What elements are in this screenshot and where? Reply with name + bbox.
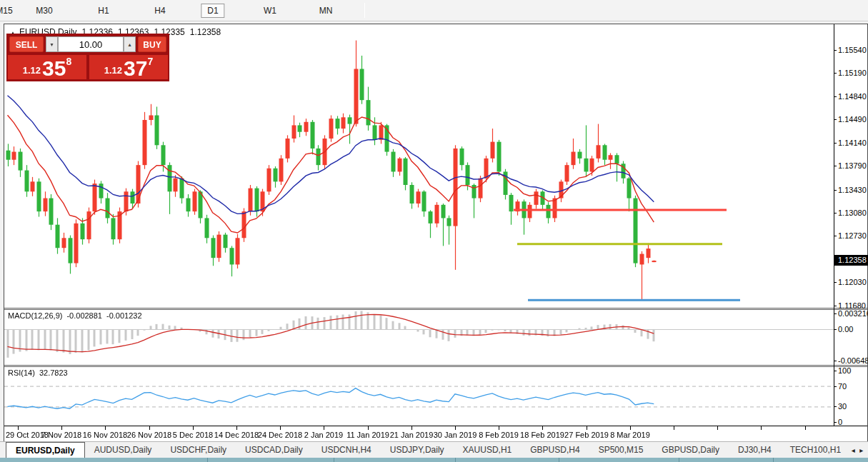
tab-scroll-arrows: ◂ ▸	[847, 442, 868, 458]
macd-value-signal: -0.001232	[106, 311, 142, 320]
toolbar-separator	[364, 3, 365, 18]
price-scale-border	[834, 24, 834, 426]
macd-label: MACD(12,26,9)-0.002881-0.001232	[8, 311, 146, 320]
macd-axis-label: -0.006485	[838, 356, 868, 365]
date-tick	[587, 426, 587, 430]
date-axis[interactable]: 29 Oct 20187 Nov 201816 Nov 201826 Nov 2…	[4, 426, 867, 441]
chart-tab-sp500-m15[interactable]: SP500,M15	[589, 442, 653, 458]
buy-button[interactable]: BUY	[138, 36, 166, 52]
date-tick	[324, 426, 324, 430]
date-tick	[455, 426, 456, 430]
date-axis-label: 16 Nov 2018	[83, 431, 127, 439]
timeframe-button-w1[interactable]: W1	[258, 4, 282, 18]
date-axis-label: 11 Jan 2019	[346, 431, 389, 439]
date-axis-label: 21 Jan 2019	[390, 431, 434, 439]
date-tick	[761, 426, 762, 430]
chart-window: ▲EURUSD,Daily1.123361.123631.123351.1235…	[4, 24, 868, 441]
date-tick	[674, 426, 674, 430]
date-tick	[18, 426, 19, 430]
chart-tab-usdcad-daily[interactable]: USDCAD,Daily	[236, 442, 312, 458]
chart-tab-usdcnh-h4[interactable]: USDCNH,H4	[312, 442, 381, 458]
chart-tab-usdjpy-daily[interactable]: USDJPY,Daily	[381, 442, 454, 458]
price-axis-label: 1.12030	[838, 278, 867, 286]
chart-tab-dj30-h4[interactable]: DJ30,H4	[729, 442, 781, 458]
date-tick	[236, 426, 237, 430]
price-axis-label: 1.12730	[838, 231, 867, 240]
ask-price-prefix: 1.12	[104, 65, 122, 76]
ask-price-pips: 37	[124, 59, 147, 78]
bid-price-box[interactable]: 1.12 35 8	[8, 55, 86, 79]
date-axis-label: 24 Dec 2018	[258, 431, 302, 439]
chart-tab-gbpusd-h4[interactable]: GBPUSD,H4	[521, 442, 589, 458]
sell-button[interactable]: SELL	[9, 36, 44, 52]
macd-axis-label: 0.00	[838, 325, 853, 333]
rsi-axis-label: 30	[838, 402, 847, 411]
timeframe-button-h4[interactable]: H4	[149, 4, 171, 18]
timeframe-button-d1[interactable]: D1	[201, 4, 224, 18]
rsi-axis-label: 100	[838, 366, 851, 375]
chart-tab-tech100-h1[interactable]: TECH100,H1	[781, 442, 850, 458]
bid-price-point: 8	[66, 56, 71, 67]
bid-price-prefix: 1.12	[23, 65, 41, 76]
date-axis-label: 8 Mar 2019	[610, 431, 650, 439]
volume-decrease-button[interactable]: ▾	[46, 36, 58, 52]
timeframe-button-mn[interactable]: MN	[314, 4, 339, 18]
timeframe-button-m15[interactable]: M15	[0, 4, 19, 18]
date-tick	[105, 426, 106, 430]
strip-separator	[207, 458, 208, 462]
price-axis-label: 1.14840	[838, 92, 867, 101]
chart-tabs-bar: EURUSD,DailyAUDUSD,DailyUSDCHF,DailyUSDC…	[0, 441, 868, 458]
date-axis-label: 2 Jan 2019	[304, 431, 343, 439]
date-tick	[280, 426, 281, 430]
date-tick	[149, 426, 150, 430]
chart-tab-usdchf-daily[interactable]: USDCHF,Daily	[161, 442, 236, 458]
price-axis-label: 1.13080	[838, 209, 867, 217]
price-axis-label: 1.15190	[838, 69, 867, 77]
tab-scroll-left-icon[interactable]: ◂	[852, 446, 855, 454]
rsi-indicator-canvas[interactable]	[4, 367, 834, 426]
price-axis-label: 1.14490	[838, 115, 867, 124]
volume-increase-button[interactable]: ▴	[124, 36, 136, 52]
rsi-name: RSI(14)	[8, 368, 35, 377]
date-tick	[630, 426, 631, 430]
date-axis-label: 8 Feb 2019	[479, 431, 519, 439]
strip-separator	[559, 458, 559, 462]
chart-tab-xauusd-h1[interactable]: XAUUSD,H1	[454, 442, 522, 458]
price-axis-label: 1.13790	[838, 161, 867, 170]
timeframe-button-h1[interactable]: H1	[92, 4, 114, 18]
date-axis-label: 27 Feb 2019	[564, 431, 609, 439]
chart-tab-audusd-daily[interactable]: AUDUSD,Daily	[85, 442, 161, 458]
strip-separator	[334, 458, 334, 462]
volume-input[interactable]	[58, 36, 124, 52]
tab-scroll-right-icon[interactable]: ▸	[859, 446, 863, 454]
date-tick	[368, 426, 369, 430]
date-tick	[717, 426, 718, 430]
date-axis-label: 30 Jan 2019	[434, 431, 477, 439]
current-price-tag: 1.12358	[834, 255, 868, 266]
macd-axis-label: 0.003216	[838, 309, 868, 318]
date-axis-label: 7 Nov 2018	[41, 431, 81, 439]
date-tick	[61, 426, 62, 430]
strip-separator	[773, 458, 774, 462]
status-strip	[0, 458, 868, 462]
ask-price-point: 7	[147, 56, 153, 67]
ask-price-box[interactable]: 1.12 37 7	[89, 55, 168, 79]
date-tick	[193, 426, 194, 430]
bid-price-pips: 35	[42, 59, 66, 78]
strip-separator	[455, 458, 456, 462]
date-tick	[499, 426, 499, 430]
timeframe-toolbar: M15M30H1H4D1W1MN	[0, 0, 868, 21]
price-axis-label: 1.13430	[838, 186, 867, 194]
date-tick	[542, 426, 543, 430]
price-axis-label: 1.15540	[838, 46, 867, 54]
macd-name: MACD(12,26,9)	[8, 311, 62, 320]
strip-separator	[679, 458, 679, 462]
date-axis-label: 18 Feb 2019	[520, 431, 564, 439]
timeframe-button-m30[interactable]: M30	[30, 4, 58, 18]
trading-platform-window: M15M30H1H4D1W1MN ▲EURUSD,Daily1.123361.1…	[0, 0, 868, 462]
chart-tab-eurusd-daily[interactable]: EURUSD,Daily	[6, 442, 85, 458]
chart-tab-gbpusd-daily[interactable]: GBPUSD,Daily	[652, 442, 729, 458]
rsi-value: 32.7823	[39, 368, 68, 377]
ohlc-close: 1.12358	[190, 27, 221, 37]
date-axis-label: 26 Nov 2018	[127, 431, 171, 439]
